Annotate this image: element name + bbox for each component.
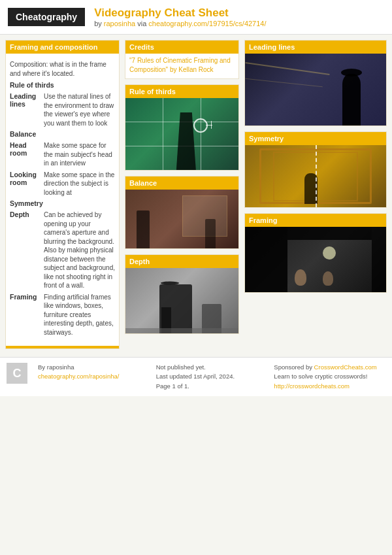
- balance-header: Balance: [125, 177, 238, 190]
- credits-section: Credits "7 Rules of Cinematic Framing an…: [125, 40, 239, 79]
- framing-image: [245, 227, 386, 292]
- logo: Cheatography: [8, 8, 85, 26]
- footer-sponsor-col: Sponsored by CrosswordCheats.com Learn t…: [274, 363, 385, 391]
- leading-lines-topic: Leadinglines Use the natural lines of th…: [10, 92, 115, 127]
- left-column: Framing and composition Composition: wha…: [5, 40, 120, 349]
- leading-lines-image: [245, 54, 386, 126]
- balance-section: Balance: [125, 176, 239, 249]
- symmetry-section: Symmetry: [244, 131, 387, 208]
- cheatography-link[interactable]: cheatography.com/197915/cs/42714/: [148, 20, 266, 27]
- crosshair-v: [211, 121, 212, 129]
- left-body: Composition: what is in the frame and wh…: [6, 58, 119, 343]
- looking-room-topic: Lookingroom Make some space in the direc…: [10, 171, 115, 197]
- composition-text: Composition: what is in the frame and wh…: [10, 60, 115, 78]
- sponsor-link[interactable]: CrosswordCheats.com: [314, 363, 377, 371]
- middle-column: Credits "7 Rules of Cinematic Framing an…: [125, 40, 239, 349]
- footer-author: By raposinha: [38, 363, 150, 372]
- sponsored-by: Sponsored by CrosswordCheats.com: [274, 363, 385, 372]
- symmetry-dashed-line: [316, 145, 317, 207]
- framing-section: Framing: [244, 213, 387, 293]
- crosshair-circle: [193, 118, 208, 133]
- learn-text: Learn to solve cryptic crosswords!: [274, 372, 385, 381]
- credits-text: "7 Rules of Cinematic Framing and Compos…: [129, 56, 235, 75]
- not-published: Not published yet.: [156, 363, 268, 372]
- framing-composition-section: Framing and composition Composition: wha…: [5, 40, 120, 349]
- framing-header: Framing: [245, 214, 386, 227]
- main-content: Framing and composition Composition: wha…: [0, 35, 392, 354]
- credits-header: Credits: [125, 41, 238, 54]
- page-header: Cheatography Videography Cheat Sheet by …: [0, 0, 392, 35]
- head-room-topic: Headroom Make some space for the main su…: [10, 141, 115, 168]
- header-title-block: Videography Cheat Sheet by raposinha via…: [94, 7, 266, 27]
- symmetry-image: [245, 145, 386, 207]
- author-link[interactable]: raposinha: [104, 20, 135, 27]
- composition-topic: Composition: what is in the frame and wh…: [10, 60, 115, 78]
- footer-info-col: Not published yet. Last updated 1st Apri…: [156, 363, 268, 391]
- depth-image: [125, 268, 238, 333]
- framing-composition-header: Framing and composition: [6, 41, 119, 54]
- framing-topic: Framing Finding artificial frames like w…: [10, 293, 115, 337]
- footer-author-col: By raposinha cheatography.com/raposinha/: [38, 363, 150, 391]
- bottom-accent-bar: [6, 346, 119, 348]
- right-column: Leading lines Symmetry: [244, 40, 387, 349]
- footer-author-link[interactable]: cheatography.com/raposinha/: [38, 373, 119, 380]
- symmetry-header: Symmetry: [245, 132, 386, 145]
- last-updated: Last updated 1st April, 2024.: [156, 372, 268, 381]
- balance-image: [125, 190, 238, 248]
- balance-topic: Balance: [10, 130, 115, 138]
- header-subtitle: by raposinha via cheatography.com/197915…: [94, 20, 266, 27]
- credits-body: "7 Rules of Cinematic Framing and Compos…: [125, 54, 238, 78]
- leading-lines-section: Leading lines: [244, 40, 387, 126]
- symmetry-topic: Symmetry: [10, 199, 115, 207]
- depth-topic: Depth Can be achieved by opening up your…: [10, 210, 115, 290]
- rule-of-thirds-image: [125, 98, 238, 170]
- footer-logo: C: [7, 363, 27, 384]
- page-title: Videography Cheat Sheet: [94, 7, 266, 20]
- rule-of-thirds-topic: Rule of thirds: [10, 81, 115, 89]
- depth-section: Depth: [125, 254, 239, 334]
- page-footer: C By raposinha cheatography.com/raposinh…: [0, 357, 392, 396]
- rule-of-thirds-header: Rule of thirds: [125, 85, 238, 98]
- depth-header: Depth: [125, 255, 238, 268]
- leading-lines-header: Leading lines: [245, 41, 386, 54]
- page-number: Page 1 of 1.: [156, 382, 268, 391]
- rule-of-thirds-section: Rule of thirds: [125, 84, 239, 171]
- sponsor-url[interactable]: http://crosswordcheats.com: [274, 382, 350, 390]
